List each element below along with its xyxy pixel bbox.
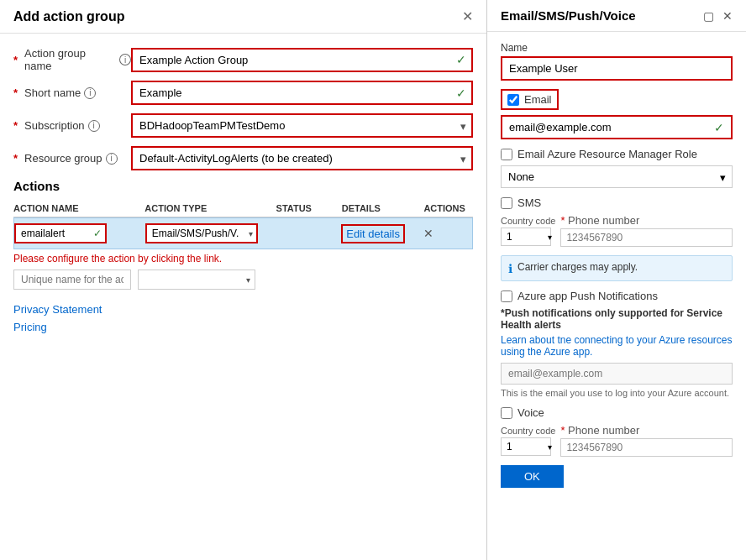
carrier-charges-box: ℹ Carrier charges may apply. [501, 255, 733, 281]
name-input[interactable] [501, 56, 733, 81]
sms-phone-wrap: * Phone number [560, 214, 733, 247]
push-hint-text: This is the email you use to log into yo… [501, 388, 733, 398]
th-actions: ACTIONS [423, 203, 473, 213]
voice-phone-input[interactable] [560, 438, 733, 457]
links-section: Privacy Statement Pricing [13, 303, 473, 333]
action-group-name-row: * Action group name i ✓ [13, 47, 473, 72]
short-name-input[interactable] [131, 81, 473, 105]
voice-phone-label: * Phone number [560, 424, 733, 437]
voice-phone-row: Country code 1 ▾ * Phone number [501, 424, 733, 457]
sms-checkbox-row: SMS [501, 196, 733, 209]
sms-country-label: Country code [501, 216, 555, 226]
th-details: DETAILS [342, 203, 424, 213]
name-input-wrap [501, 56, 733, 81]
email-azure-role-label: Email Azure Resource Manager Role [517, 148, 697, 160]
carrier-charges-text: Carrier charges may apply. [517, 261, 638, 273]
resource-group-row: * Resource group i Default-ActivityLogAl… [13, 146, 473, 170]
subscription-row: * Subscription i BDHadoopTeamPMTestDemo … [13, 113, 473, 138]
resource-group-input-wrap: Default-ActivityLogAlerts (to be created… [131, 146, 473, 170]
resource-group-label: * Resource group i [13, 152, 131, 165]
subscription-select[interactable]: BDHadoopTeamPMTestDemo [131, 113, 473, 138]
sms-phone-label: * Phone number [560, 214, 733, 227]
voice-country-wrap: Country code 1 ▾ [501, 426, 555, 456]
action-group-name-input-wrap: ✓ [131, 48, 473, 72]
pricing-link[interactable]: Pricing [13, 321, 473, 333]
sms-checkbox[interactable] [501, 197, 512, 209]
error-message: Please configure the action by clicking … [13, 253, 473, 264]
email-checkbox-label: Email [524, 93, 552, 106]
name-label: Name [501, 42, 733, 54]
privacy-statement-link[interactable]: Privacy Statement [13, 303, 473, 316]
sms-country-select-wrap: 1 ▾ [501, 228, 555, 246]
table-header: ACTION NAME ACTION TYPE STATUS DETAILS A… [13, 200, 473, 217]
action-type-select[interactable]: Email/SMS/Push/V... [147, 225, 256, 242]
short-name-input-wrap: ✓ [131, 81, 473, 105]
new-action-type-select[interactable] [138, 270, 255, 290]
actions-title: Actions [13, 179, 473, 193]
push-checkbox-label: Azure app Push Notifications [517, 290, 658, 302]
left-body: * Action group name i ✓ * Short name i [0, 34, 486, 560]
action-group-name-input[interactable] [131, 48, 473, 72]
right-panel-title: Email/SMS/Push/Voice [501, 8, 636, 23]
resource-group-select[interactable]: Default-ActivityLogAlerts (to be created… [131, 146, 473, 170]
resource-group-info-icon[interactable]: i [106, 153, 118, 165]
sms-country-select[interactable]: 1 [501, 228, 551, 246]
right-body: Name Email ✓ Email Azure Resource Manage… [487, 32, 746, 560]
short-name-row: * Short name i ✓ [13, 81, 473, 105]
email-azure-role-checkbox[interactable] [501, 149, 512, 160]
new-action-row: ▾ [13, 270, 473, 290]
sms-country-wrap: Country code 1 ▾ [501, 216, 555, 246]
edit-details-link[interactable]: Edit details [341, 224, 405, 243]
voice-checkbox-label: Voice [517, 406, 544, 419]
minimize-icon[interactable]: ▢ [703, 9, 714, 23]
voice-country-select[interactable]: 1 [501, 437, 551, 456]
push-learn-link[interactable]: Learn about tne connecting to your Azure… [501, 334, 733, 358]
ok-button[interactable]: OK [501, 465, 564, 488]
delete-action-icon[interactable]: ✕ [423, 227, 433, 240]
action-type-cell: Email/SMS/Push/V... ▾ [145, 223, 276, 243]
email-checkbox-row: Email [501, 89, 559, 110]
short-name-info-icon[interactable]: i [84, 87, 96, 99]
action-details-cell: Edit details [341, 224, 423, 243]
left-panel: Add action group ✕ * Action group name i… [0, 0, 487, 560]
push-checkbox-row: Azure app Push Notifications [501, 290, 733, 302]
action-delete-cell: ✕ [423, 227, 472, 240]
action-group-name-info-icon[interactable]: i [119, 54, 131, 65]
sms-phone-input[interactable] [560, 228, 733, 247]
push-note: *Push notifications only supported for S… [501, 307, 733, 331]
dialog-title: Add action group [13, 9, 124, 24]
th-action-type: ACTION TYPE [144, 203, 276, 213]
sms-phone-row: Country code 1 ▾ * Phone number [501, 214, 733, 247]
action-row: ✓ Email/SMS/Push/V... ▾ Edit detai [13, 217, 473, 249]
email-checkmark: ✓ [714, 121, 724, 134]
email-input-wrap: ✓ [501, 115, 733, 139]
right-header-icons: ▢ ✕ [703, 9, 733, 23]
subscription-info-icon[interactable]: i [88, 120, 100, 132]
new-action-name-input[interactable] [13, 270, 131, 290]
sms-checkbox-label: SMS [517, 196, 541, 209]
push-email-input[interactable] [501, 363, 733, 385]
action-group-name-label: * Action group name i [13, 47, 131, 72]
voice-country-label: Country code [501, 426, 555, 436]
voice-checkbox[interactable] [501, 407, 512, 419]
action-name-checkmark: ✓ [93, 228, 102, 239]
email-checkbox[interactable] [507, 94, 519, 106]
azure-role-select-wrap: None ▾ [501, 165, 733, 188]
short-name-label: * Short name i [13, 86, 131, 99]
action-name-cell: ✓ [14, 223, 145, 243]
email-azure-role-checkbox-row: Email Azure Resource Manager Role [501, 148, 733, 160]
short-name-checkmark: ✓ [456, 86, 466, 100]
th-action-name: ACTION NAME [13, 203, 144, 213]
voice-country-select-wrap: 1 ▾ [501, 437, 555, 456]
push-checkbox[interactable] [501, 290, 512, 302]
voice-checkbox-row: Voice [501, 406, 733, 419]
subscription-label: * Subscription i [13, 119, 131, 132]
th-status: STATUS [276, 203, 342, 213]
azure-role-select[interactable]: None [501, 165, 733, 188]
left-header: Add action group ✕ [0, 0, 486, 34]
new-action-type-wrap: ▾ [138, 270, 255, 290]
close-button[interactable]: ✕ [462, 8, 473, 24]
close-right-icon[interactable]: ✕ [722, 9, 733, 23]
subscription-input-wrap: BDHadoopTeamPMTestDemo ▾ [131, 113, 473, 138]
email-input[interactable] [502, 117, 731, 138]
